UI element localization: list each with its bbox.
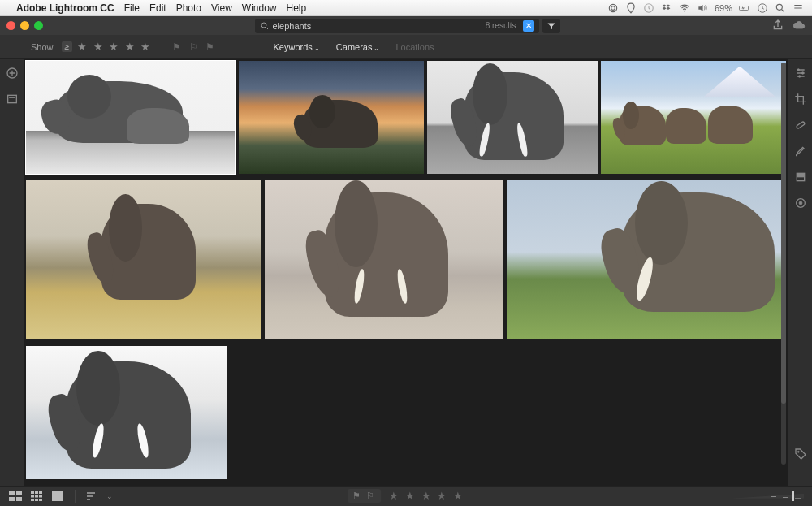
app-name[interactable]: Adobe Lightroom CC xyxy=(16,2,114,14)
crop-button[interactable] xyxy=(793,92,808,106)
view-square-grid-button[interactable] xyxy=(29,491,44,502)
dropbox-icon[interactable] xyxy=(661,2,672,14)
search-input[interactable] xyxy=(273,21,482,31)
photo-2-sunset[interactable] xyxy=(239,61,424,174)
brush-button[interactable] xyxy=(793,144,808,158)
window-maximize-button[interactable] xyxy=(34,21,43,30)
rating-gte-toggle[interactable]: ≥ xyxy=(62,41,73,52)
healing-button[interactable] xyxy=(793,118,808,132)
show-label: Show xyxy=(31,42,54,52)
view-detail-button[interactable] xyxy=(50,491,65,502)
radial-gradient-icon xyxy=(794,197,807,210)
photo-placeholder xyxy=(26,346,227,479)
keywords-dropdown[interactable]: Keywords⌄ xyxy=(274,42,320,52)
plus-circle-icon xyxy=(6,67,19,80)
flag-picker[interactable]: ⚑ ⚐ xyxy=(348,489,381,503)
photo-placeholder xyxy=(26,180,261,339)
rating-filter-stars[interactable]: ★ ★ ★ ★ ★ xyxy=(77,41,152,53)
photo-8-bw-portrait[interactable] xyxy=(26,346,227,479)
svg-rect-30 xyxy=(39,495,42,497)
radial-gradient-button[interactable] xyxy=(793,196,808,210)
location-icon[interactable] xyxy=(625,2,637,14)
svg-rect-17 xyxy=(797,173,804,177)
vertical-scrollbar[interactable] xyxy=(781,63,786,465)
creative-cloud-icon[interactable] xyxy=(607,2,619,14)
sort-button[interactable] xyxy=(85,491,100,502)
share-button[interactable] xyxy=(771,19,784,33)
svg-rect-29 xyxy=(35,495,38,497)
bottom-toolbar: ⌄ ⚑ ⚐ ★ ★ ★ ★ ★ xyxy=(0,486,812,506)
photo-5-tallgrass[interactable] xyxy=(26,180,261,339)
share-icon xyxy=(771,19,784,32)
photo-placeholder xyxy=(427,61,598,174)
svg-point-7 xyxy=(776,4,782,10)
photo-placeholder xyxy=(507,180,783,339)
my-photos-button[interactable] xyxy=(5,92,19,106)
menu-file[interactable]: File xyxy=(124,2,140,14)
lightroom-window: 8 results ✕ Show ≥ ★ ★ ★ ★ ★ ⚑ ⚐ ⚑ Keywo… xyxy=(0,16,812,506)
linear-gradient-button[interactable] xyxy=(793,170,808,184)
photo-placeholder xyxy=(601,61,786,174)
cloud-icon xyxy=(793,19,806,32)
bandage-icon xyxy=(794,119,807,132)
tag-icon xyxy=(794,448,807,461)
photo-grid-icon xyxy=(9,491,22,501)
svg-rect-15 xyxy=(796,121,805,128)
svg-rect-27 xyxy=(39,491,42,494)
search-icon xyxy=(260,21,270,31)
clock-icon[interactable] xyxy=(757,2,768,14)
svg-point-14 xyxy=(798,75,801,77)
svg-rect-23 xyxy=(9,497,15,501)
menu-help[interactable]: Help xyxy=(287,2,307,14)
svg-rect-31 xyxy=(31,499,34,501)
photo-7-grassland-closeup[interactable] xyxy=(507,180,783,339)
add-photos-button[interactable] xyxy=(5,66,19,80)
spotlight-icon[interactable] xyxy=(775,2,786,14)
flag-filter[interactable]: ⚑ ⚐ ⚑ xyxy=(172,41,217,53)
menu-edit[interactable]: Edit xyxy=(149,2,166,14)
menu-photo[interactable]: Photo xyxy=(176,2,201,14)
search-clear-button[interactable]: ✕ xyxy=(523,20,534,32)
funnel-icon xyxy=(546,21,556,31)
search-box[interactable]: 8 results ✕ xyxy=(255,19,539,33)
svg-rect-11 xyxy=(9,97,15,97)
rating-picker[interactable]: ★ ★ ★ ★ ★ xyxy=(389,490,464,502)
sort-icon xyxy=(86,491,99,501)
search-result-count: 8 results xyxy=(486,21,516,30)
timemachine-icon[interactable] xyxy=(643,2,654,14)
sort-dropdown-caret[interactable]: ⌄ xyxy=(106,492,113,500)
cameras-dropdown[interactable]: Cameras⌄ xyxy=(336,42,380,52)
menu-view[interactable]: View xyxy=(211,2,232,14)
svg-rect-34 xyxy=(52,491,63,501)
brush-icon xyxy=(794,145,807,158)
battery-percentage[interactable]: 69% xyxy=(715,3,732,13)
view-photo-grid-button[interactable] xyxy=(8,491,23,502)
photo-grid xyxy=(24,59,788,486)
photo-4-herd-savanna[interactable] xyxy=(601,61,786,174)
volume-icon[interactable] xyxy=(697,2,708,14)
keywords-button[interactable] xyxy=(793,447,808,461)
crop-icon xyxy=(794,93,807,106)
window-close-button[interactable] xyxy=(6,21,15,30)
macos-menubar: Adobe Lightroom CC File Edit Photo View … xyxy=(0,0,812,16)
left-sidebar xyxy=(0,59,24,486)
wifi-icon[interactable] xyxy=(679,2,690,14)
svg-rect-28 xyxy=(31,495,34,497)
notification-center-icon[interactable] xyxy=(793,2,804,14)
photo-3-bw-tusks[interactable] xyxy=(427,61,598,174)
photo-6-road-front[interactable] xyxy=(265,180,503,339)
locations-dropdown[interactable]: Locations xyxy=(395,42,434,52)
photo-grid-area[interactable] xyxy=(24,59,788,486)
edit-sliders-button[interactable] xyxy=(793,66,808,80)
svg-rect-5 xyxy=(749,7,749,9)
photo-1-bw-pair[interactable] xyxy=(26,61,235,174)
cloud-sync-button[interactable] xyxy=(793,19,806,33)
photo-placeholder xyxy=(265,180,503,339)
library-icon xyxy=(6,93,19,106)
window-minimize-button[interactable] xyxy=(20,21,29,30)
thumbnail-size-slider[interactable] xyxy=(731,494,804,499)
battery-icon[interactable] xyxy=(739,2,750,14)
menu-window[interactable]: Window xyxy=(242,2,277,14)
search-filter-button[interactable] xyxy=(542,19,560,33)
svg-rect-24 xyxy=(16,497,22,501)
